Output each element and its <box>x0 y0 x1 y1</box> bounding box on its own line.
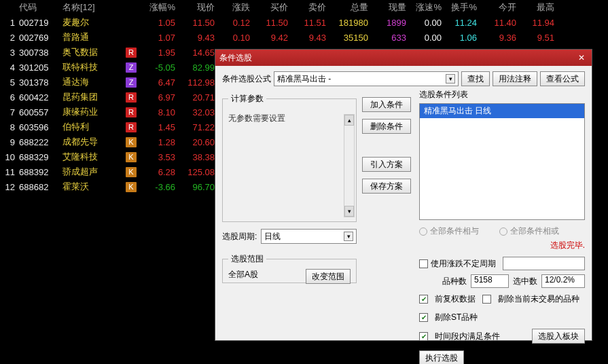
radio-and[interactable]: 全部条件相与 <box>419 225 479 237</box>
view-formula-button[interactable]: 查看公式 <box>540 71 585 86</box>
list-item[interactable]: 精准黑马出击 日线 <box>420 104 584 118</box>
hdr-turn[interactable]: 换手% <box>446 1 481 14</box>
count-value: 5158 <box>471 274 509 288</box>
chevron-down-icon[interactable]: ▾ <box>344 232 353 241</box>
to-block-button[interactable]: 选股入板块 <box>532 329 585 344</box>
checkbox-time[interactable]: ✔ <box>419 332 428 341</box>
add-condition-button[interactable]: 加入条件 <box>362 97 411 112</box>
chk-st-label: 剔除ST品种 <box>435 312 478 323</box>
run-filter-button[interactable]: 执行选股 <box>419 350 464 364</box>
chk-fq-label: 前复权数据 <box>435 293 476 305</box>
params-legend: 计算参数 <box>228 93 266 105</box>
nolimit-input[interactable] <box>503 257 585 270</box>
hdr-code[interactable]: 代码 <box>19 1 62 14</box>
radio-or[interactable]: 全部条件相或 <box>499 225 559 237</box>
selected-label: 选中数 <box>513 276 537 287</box>
period-value: 日线 <box>264 231 281 242</box>
params-fieldset: 计算参数 无参数需要设置 ▴ ▾ <box>222 93 357 222</box>
formula-value: 精准黑马出击 - <box>277 73 331 85</box>
condition-list[interactable]: 精准黑马出击 日线 <box>419 103 585 220</box>
checkbox-notrade[interactable] <box>482 295 491 304</box>
status-done: 选股完毕. <box>419 240 585 251</box>
hdr-ask[interactable]: 卖价 <box>292 1 330 14</box>
table-row[interactable]: 2 002769 普路通 1.07 9.43 0.10 9.42 9.43 35… <box>0 30 608 45</box>
chk-time-label: 时间段内满足条件 <box>435 331 500 342</box>
hdr-bid[interactable]: 买价 <box>254 1 292 14</box>
hdr-vol[interactable]: 总量 <box>330 1 372 14</box>
formula-label: 条件选股公式 <box>222 73 271 85</box>
params-scrollbar[interactable]: ▴ ▾ <box>344 114 355 217</box>
selected-value: 12/0.2% <box>541 274 585 288</box>
hdr-cvol[interactable]: 现量 <box>372 1 410 14</box>
hdr-pct[interactable]: 涨幅% <box>141 1 179 14</box>
condition-list-label: 选股条件列表 <box>419 89 585 101</box>
chevron-down-icon[interactable]: ▾ <box>344 206 354 217</box>
find-button[interactable]: 查找 <box>461 71 490 86</box>
table-row[interactable]: 1 002719 麦趣尔 1.05 11.50 0.12 11.50 11.51… <box>0 15 608 30</box>
checkbox-fq[interactable]: ✔ <box>419 295 428 304</box>
change-scope-button[interactable]: 改变范围 <box>306 269 351 284</box>
chk-notrade-label: 剔除当前未交易的品种 <box>498 293 579 305</box>
chk-nolimit-label: 使用涨跌不定周期 <box>431 258 496 270</box>
hdr-name[interactable]: 名称[12] <box>62 1 125 14</box>
dialog-title: 条件选股 <box>219 52 252 64</box>
count-label: 品种数 <box>442 276 467 287</box>
period-select[interactable]: 日线 ▾ <box>261 229 357 244</box>
checkbox-st[interactable]: ✔ <box>419 313 428 322</box>
usage-button[interactable]: 用法注释 <box>493 71 537 86</box>
scope-legend: 选股范围 <box>228 253 266 265</box>
hdr-chg[interactable]: 涨跌 <box>219 1 254 14</box>
dialog-titlebar[interactable]: 条件选股 ✕ <box>215 50 592 66</box>
hdr-price[interactable]: 现价 <box>179 1 219 14</box>
close-icon[interactable]: ✕ <box>575 53 588 62</box>
hdr-speed[interactable]: 涨速% <box>410 1 446 14</box>
hdr-open[interactable]: 今开 <box>481 1 520 14</box>
checkbox-nolimit[interactable] <box>419 259 428 268</box>
period-label: 选股周期: <box>222 231 257 242</box>
params-empty-msg: 无参数需要设置 <box>228 113 351 124</box>
hdr-high[interactable]: 最高 <box>520 1 558 14</box>
import-plan-button[interactable]: 引入方案 <box>362 157 411 172</box>
stock-filter-dialog: 条件选股 ✕ 条件选股公式 精准黑马出击 - ▾ 查找 用法注释 查看公式 计算… <box>215 49 592 341</box>
delete-condition-button[interactable]: 删除条件 <box>362 119 411 134</box>
save-plan-button[interactable]: 保存方案 <box>362 179 411 194</box>
table-header: 代码 名称[12] 涨幅% 现价 涨跌 买价 卖价 总量 现量 涨速% 换手% … <box>0 0 608 15</box>
scope-value: 全部A股 <box>228 269 258 280</box>
chevron-up-icon[interactable]: ▴ <box>344 115 354 126</box>
chevron-down-icon[interactable]: ▾ <box>446 74 455 84</box>
scope-fieldset: 选股范围 全部A股 改变范围 <box>222 253 357 283</box>
formula-select[interactable]: 精准黑马出击 - ▾ <box>274 71 459 86</box>
